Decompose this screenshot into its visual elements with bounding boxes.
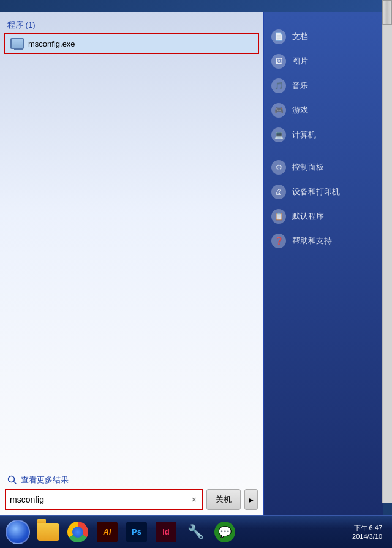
shutdown-arrow-button[interactable]: ▶ — [244, 489, 258, 510]
sidebar-item-pictures[interactable]: 🖼 图片 — [264, 49, 383, 74]
id-label: Id — [162, 527, 170, 536]
taskbar-tools-icon[interactable]: 🔧 — [181, 519, 209, 545]
sidebar-item-games[interactable]: 🎮 游戏 — [264, 98, 383, 123]
search-input[interactable] — [10, 495, 190, 504]
start-button[interactable] — [2, 519, 33, 545]
sidebar-item-programs[interactable]: 📋 默认程序 — [264, 204, 383, 229]
controlpanel-label: 控制面板 — [292, 162, 324, 173]
see-more-search-icon — [7, 475, 17, 485]
programs-label: 默认程序 — [292, 211, 324, 222]
computer-icon: 💻 — [271, 127, 286, 142]
arrow-icon: ▶ — [249, 497, 254, 503]
documents-label: 文档 — [292, 31, 308, 42]
help-icon: ❓ — [271, 234, 286, 248]
sidebar-item-devices[interactable]: 🖨 设备和打印机 — [264, 180, 383, 204]
right-panel: 📄 文档 🖼 图片 🎵 音乐 🎮 游戏 💻 计算机 ⚙ 控制面板 🖨 设备和打印… — [263, 12, 383, 515]
divider — [270, 151, 377, 151]
result-item-msconfig[interactable]: msconfig.exe — [4, 33, 259, 54]
scrollbar-track — [382, 0, 392, 503]
devices-label: 设备和打印机 — [292, 186, 340, 197]
clear-button[interactable]: × — [190, 495, 198, 504]
result-item-text: msconfig.exe — [28, 39, 75, 48]
taskbar-indesign-icon[interactable]: Id — [152, 519, 180, 545]
games-label: 游戏 — [292, 105, 308, 116]
monitor-shape — [10, 38, 24, 49]
taskbar-green-icon[interactable]: 💬 — [211, 519, 239, 545]
sidebar-item-controlpanel[interactable]: ⚙ 控制面板 — [264, 155, 383, 180]
ai-label: Ai — [104, 527, 111, 536]
clock-date: 2014/3/10 — [352, 533, 382, 540]
taskbar-photoshop-icon[interactable]: Ps — [123, 519, 151, 545]
folder-shape — [37, 523, 59, 541]
sidebar-item-documents[interactable]: 📄 文档 — [264, 25, 383, 49]
ai-shape: Ai — [97, 522, 118, 542]
sidebar-item-computer[interactable]: 💻 计算机 — [264, 123, 383, 147]
tools-shape: 🔧 — [185, 522, 206, 542]
shutdown-label: 关机 — [216, 494, 232, 505]
taskbar-chrome-icon[interactable] — [64, 519, 92, 545]
windows-orb-icon — [6, 520, 30, 544]
search-bar-area: 查看更多结果 × 关机 ▶ — [0, 468, 263, 515]
green-emoji: 💬 — [218, 525, 232, 539]
green-shape: 💬 — [214, 522, 235, 542]
music-label: 音乐 — [292, 80, 308, 91]
right-panel-items: 📄 文档 🖼 图片 🎵 音乐 🎮 游戏 💻 计算机 ⚙ 控制面板 🖨 设备和打印… — [264, 12, 383, 253]
pictures-icon: 🖼 — [271, 54, 286, 69]
taskbar: Ai Ps Id 🔧 💬 下午 6:47 2014/3/10 — [0, 515, 392, 548]
search-input-row: × 关机 ▶ — [5, 489, 258, 510]
sidebar-item-help[interactable]: ❓ 帮助和支持 — [264, 229, 383, 253]
computer-label: 计算机 — [292, 129, 316, 140]
search-input-box[interactable]: × — [5, 489, 203, 510]
clock-area[interactable]: 下午 6:47 2014/3/10 — [349, 523, 386, 540]
devices-icon: 🖨 — [271, 185, 286, 199]
shutdown-button[interactable]: 关机 — [206, 489, 241, 510]
pictures-label: 图片 — [292, 56, 308, 67]
help-label: 帮助和支持 — [292, 235, 332, 246]
id-shape: Id — [156, 522, 176, 542]
see-more-link[interactable]: 查看更多结果 — [5, 472, 258, 489]
svg-line-1 — [14, 482, 17, 484]
ps-shape: Ps — [126, 522, 147, 542]
sidebar-item-music[interactable]: 🎵 音乐 — [264, 74, 383, 98]
see-more-label: 查看更多结果 — [21, 474, 69, 485]
search-results-panel: 程序 (1) msconfig.exe 查看更多结果 × 关机 ▶ — [0, 12, 263, 515]
msconfig-icon — [10, 36, 24, 51]
taskbar-folder-icon[interactable] — [34, 519, 62, 545]
taskbar-illustrator-icon[interactable]: Ai — [93, 519, 121, 545]
music-icon: 🎵 — [271, 78, 286, 93]
programs-icon: 📋 — [271, 209, 286, 224]
category-label: 程序 (1) — [0, 17, 263, 32]
taskbar-right: 下午 6:47 2014/3/10 — [349, 523, 390, 540]
ps-label: Ps — [132, 527, 141, 536]
tools-emoji: 🔧 — [187, 524, 204, 540]
documents-icon: 📄 — [271, 29, 286, 44]
clock-time: 下午 6:47 — [352, 523, 382, 533]
chrome-shape — [67, 522, 88, 542]
controlpanel-icon: ⚙ — [271, 160, 286, 175]
games-icon: 🎮 — [271, 103, 286, 118]
scrollbar-thumb[interactable] — [382, 0, 392, 25]
results-area: 程序 (1) msconfig.exe — [0, 12, 263, 468]
